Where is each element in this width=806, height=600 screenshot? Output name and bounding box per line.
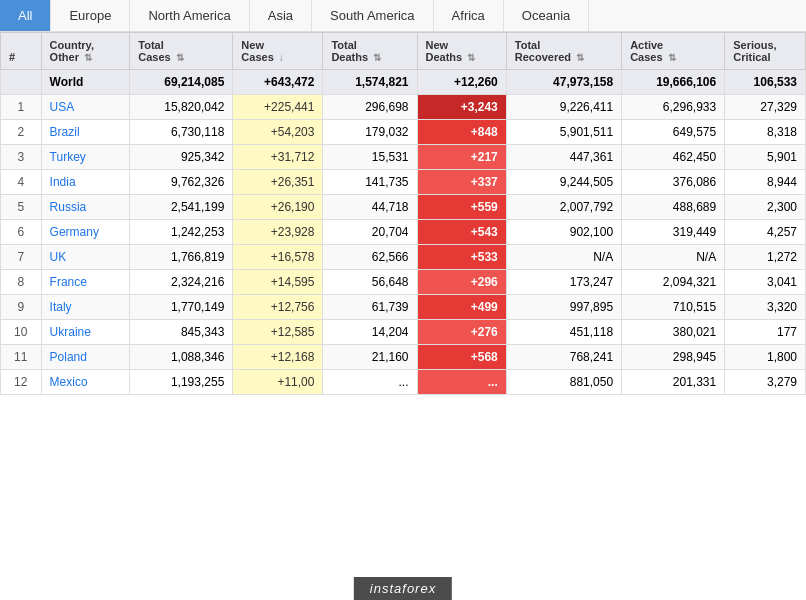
row-new-cases: +16,578 xyxy=(233,245,323,270)
row-country[interactable]: Germany xyxy=(41,220,130,245)
row-new-deaths: +276 xyxy=(417,320,506,345)
row-total-deaths: 21,160 xyxy=(323,345,417,370)
row-active-cases: N/A xyxy=(622,245,725,270)
row-serious: 1,800 xyxy=(725,345,806,370)
row-total-deaths: 141,735 xyxy=(323,170,417,195)
row-serious: 5,901 xyxy=(725,145,806,170)
table-row: 6 Germany 1,242,253 +23,928 20,704 +543 … xyxy=(1,220,806,245)
row-country[interactable]: Mexico xyxy=(41,370,130,395)
tab-africa[interactable]: Africa xyxy=(434,0,504,31)
row-total-recovered: 2,007,792 xyxy=(506,195,621,220)
row-new-deaths: +848 xyxy=(417,120,506,145)
col-serious[interactable]: Serious,Critical xyxy=(725,33,806,70)
tab-bar: All Europe North America Asia South Amer… xyxy=(0,0,806,32)
row-country[interactable]: UK xyxy=(41,245,130,270)
row-serious: 177 xyxy=(725,320,806,345)
row-total-cases: 2,324,216 xyxy=(130,270,233,295)
row-country[interactable]: France xyxy=(41,270,130,295)
row-new-cases: +12,756 xyxy=(233,295,323,320)
row-total-deaths: 15,531 xyxy=(323,145,417,170)
row-serious: 3,320 xyxy=(725,295,806,320)
row-new-cases: +23,928 xyxy=(233,220,323,245)
row-new-cases: +11,00 xyxy=(233,370,323,395)
col-rank[interactable]: # xyxy=(1,33,42,70)
row-country[interactable]: USA xyxy=(41,95,130,120)
row-rank: 10 xyxy=(1,320,42,345)
world-rank xyxy=(1,70,42,95)
tab-south-america[interactable]: South America xyxy=(312,0,434,31)
table-row: 10 Ukraine 845,343 +12,585 14,204 +276 4… xyxy=(1,320,806,345)
table-row: 7 UK 1,766,819 +16,578 62,566 +533 N/A N… xyxy=(1,245,806,270)
row-new-cases: +54,203 xyxy=(233,120,323,145)
table-row: 9 Italy 1,770,149 +12,756 61,739 +499 99… xyxy=(1,295,806,320)
row-total-deaths: 14,204 xyxy=(323,320,417,345)
row-country[interactable]: India xyxy=(41,170,130,195)
row-country[interactable]: Poland xyxy=(41,345,130,370)
row-total-recovered: 173,247 xyxy=(506,270,621,295)
row-country[interactable]: Russia xyxy=(41,195,130,220)
tab-europe[interactable]: Europe xyxy=(51,0,130,31)
row-total-recovered: 881,050 xyxy=(506,370,621,395)
row-new-deaths: +499 xyxy=(417,295,506,320)
row-new-deaths: +3,243 xyxy=(417,95,506,120)
tab-oceania[interactable]: Oceania xyxy=(504,0,589,31)
tab-all[interactable]: All xyxy=(0,0,51,31)
world-new-cases: +643,472 xyxy=(233,70,323,95)
col-total-recovered[interactable]: TotalRecovered ⇅ xyxy=(506,33,621,70)
world-total-cases: 69,214,085 xyxy=(130,70,233,95)
row-rank: 8 xyxy=(1,270,42,295)
row-active-cases: 319,449 xyxy=(622,220,725,245)
row-total-recovered: 997,895 xyxy=(506,295,621,320)
row-serious: 1,272 xyxy=(725,245,806,270)
row-total-recovered: 768,241 xyxy=(506,345,621,370)
row-serious: 27,329 xyxy=(725,95,806,120)
row-country[interactable]: Ukraine xyxy=(41,320,130,345)
row-country[interactable]: Turkey xyxy=(41,145,130,170)
data-table-wrap: # Country,Other ⇅ TotalCases ⇅ NewCases … xyxy=(0,32,806,395)
row-country[interactable]: Brazil xyxy=(41,120,130,145)
row-new-cases: +26,351 xyxy=(233,170,323,195)
row-country[interactable]: Italy xyxy=(41,295,130,320)
row-total-recovered: 5,901,511 xyxy=(506,120,621,145)
row-serious: 2,300 xyxy=(725,195,806,220)
row-rank: 1 xyxy=(1,95,42,120)
row-serious: 8,318 xyxy=(725,120,806,145)
row-rank: 11 xyxy=(1,345,42,370)
row-total-recovered: 9,226,411 xyxy=(506,95,621,120)
row-new-deaths: +296 xyxy=(417,270,506,295)
col-total-deaths[interactable]: TotalDeaths ⇅ xyxy=(323,33,417,70)
tab-north-america[interactable]: North America xyxy=(130,0,249,31)
row-total-deaths: 56,648 xyxy=(323,270,417,295)
row-new-deaths: +568 xyxy=(417,345,506,370)
row-rank: 6 xyxy=(1,220,42,245)
row-active-cases: 380,021 xyxy=(622,320,725,345)
row-new-deaths: +543 xyxy=(417,220,506,245)
row-new-deaths: ... xyxy=(417,370,506,395)
row-total-cases: 1,088,346 xyxy=(130,345,233,370)
row-serious: 4,257 xyxy=(725,220,806,245)
row-rank: 3 xyxy=(1,145,42,170)
row-total-deaths: 179,032 xyxy=(323,120,417,145)
col-total-cases[interactable]: TotalCases ⇅ xyxy=(130,33,233,70)
table-row: 1 USA 15,820,042 +225,441 296,698 +3,243… xyxy=(1,95,806,120)
row-total-deaths: 62,566 xyxy=(323,245,417,270)
row-total-recovered: 9,244,505 xyxy=(506,170,621,195)
row-total-recovered: 451,118 xyxy=(506,320,621,345)
table-row: 2 Brazil 6,730,118 +54,203 179,032 +848 … xyxy=(1,120,806,145)
row-active-cases: 488,689 xyxy=(622,195,725,220)
row-total-deaths: ... xyxy=(323,370,417,395)
row-total-recovered: N/A xyxy=(506,245,621,270)
col-new-cases[interactable]: NewCases ↓ xyxy=(233,33,323,70)
col-new-deaths[interactable]: NewDeaths ⇅ xyxy=(417,33,506,70)
tab-asia[interactable]: Asia xyxy=(250,0,312,31)
row-new-cases: +225,441 xyxy=(233,95,323,120)
row-active-cases: 710,515 xyxy=(622,295,725,320)
row-rank: 12 xyxy=(1,370,42,395)
row-new-deaths: +533 xyxy=(417,245,506,270)
col-country[interactable]: Country,Other ⇅ xyxy=(41,33,130,70)
world-new-deaths: +12,260 xyxy=(417,70,506,95)
row-total-cases: 15,820,042 xyxy=(130,95,233,120)
row-active-cases: 6,296,933 xyxy=(622,95,725,120)
table-row: 4 India 9,762,326 +26,351 141,735 +337 9… xyxy=(1,170,806,195)
col-active-cases[interactable]: ActiveCases ⇅ xyxy=(622,33,725,70)
